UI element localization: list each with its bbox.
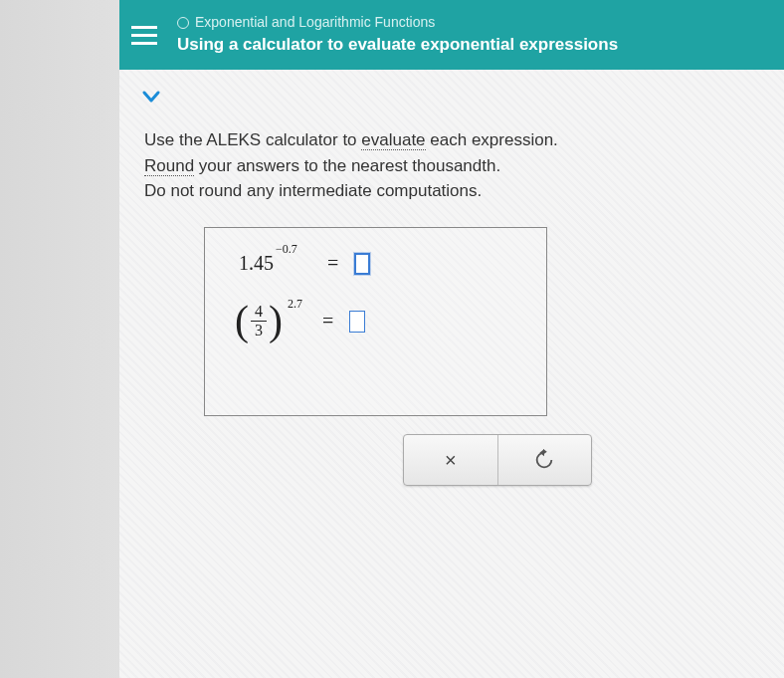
expr1-answer-input[interactable] [354, 253, 370, 275]
expr2-fraction: 4 3 [251, 303, 267, 339]
clear-button[interactable]: × [404, 435, 498, 485]
x-icon: × [445, 449, 457, 472]
header-category: Exponential and Logarithmic Functions [177, 13, 618, 33]
circle-icon [177, 17, 189, 29]
expression-2: ( 4 3 ) 2.7 = [235, 303, 522, 339]
expr1-exponent: −0.7 [274, 242, 297, 257]
expr2-exponent: 2.7 [288, 297, 302, 312]
expr1-base-value: 1.45 [239, 252, 274, 274]
header-title: Using a calculator to evaluate exponenti… [177, 33, 618, 57]
expr2-denominator: 3 [251, 322, 267, 339]
expr2-equals: = [322, 310, 333, 333]
right-paren: ) [269, 305, 283, 339]
header-bar: Exponential and Logarithmic Functions Us… [119, 0, 784, 70]
action-button-row: × [403, 434, 592, 486]
instructions: Use the ALEKS calculator to evaluate eac… [144, 127, 558, 204]
category-label: Exponential and Logarithmic Functions [195, 13, 435, 33]
instr-line3: Do not round any intermediate computatio… [144, 178, 558, 204]
menu-icon[interactable] [131, 20, 161, 50]
expr1-base: 1.45 −0.7 [239, 252, 274, 275]
instr-line1b: each expression. [426, 130, 558, 149]
expression-1: 1.45 −0.7 = [239, 252, 522, 275]
reset-button[interactable] [498, 435, 592, 485]
left-paren: ( [235, 305, 249, 339]
expr2-base: ( 4 3 ) 2.7 [235, 303, 283, 339]
evaluate-link[interactable]: evaluate [361, 130, 425, 150]
expr1-equals: = [327, 252, 338, 275]
chevron-down-icon[interactable] [139, 85, 163, 109]
header-text: Exponential and Logarithmic Functions Us… [177, 13, 618, 56]
expr2-answer-input[interactable] [349, 311, 365, 333]
round-link[interactable]: Round [144, 156, 194, 176]
instr-line1a: Use the ALEKS calculator to [144, 130, 361, 149]
reset-icon [533, 449, 555, 471]
work-box: 1.45 −0.7 = ( 4 3 ) 2.7 = [204, 227, 547, 416]
instr-line2b: your answers to the nearest thousandth. [194, 156, 500, 175]
expr2-numerator: 4 [251, 303, 267, 322]
